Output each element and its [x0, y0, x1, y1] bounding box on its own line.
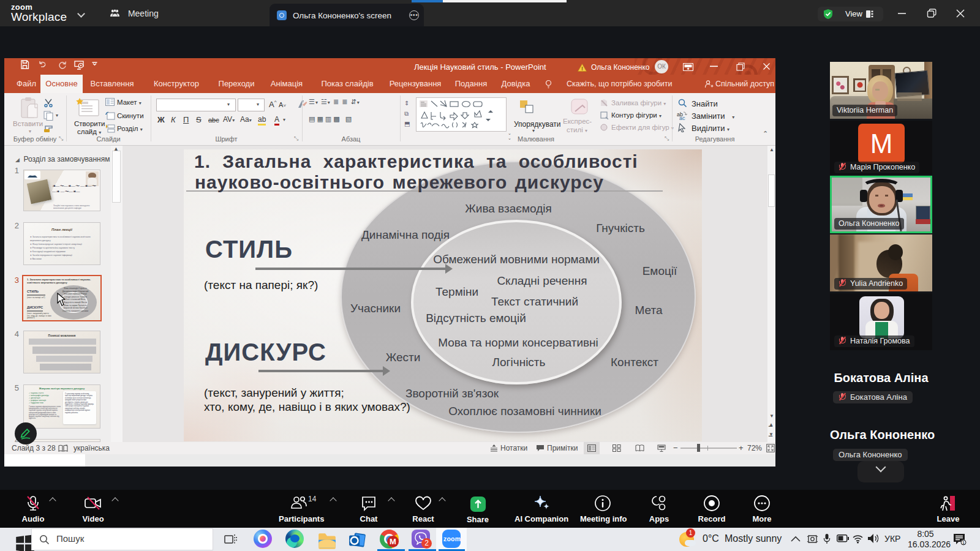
svg-text:ac: ac [679, 115, 685, 121]
svg-text:!: ! [581, 66, 583, 72]
svg-text:1: 1 [962, 540, 965, 545]
